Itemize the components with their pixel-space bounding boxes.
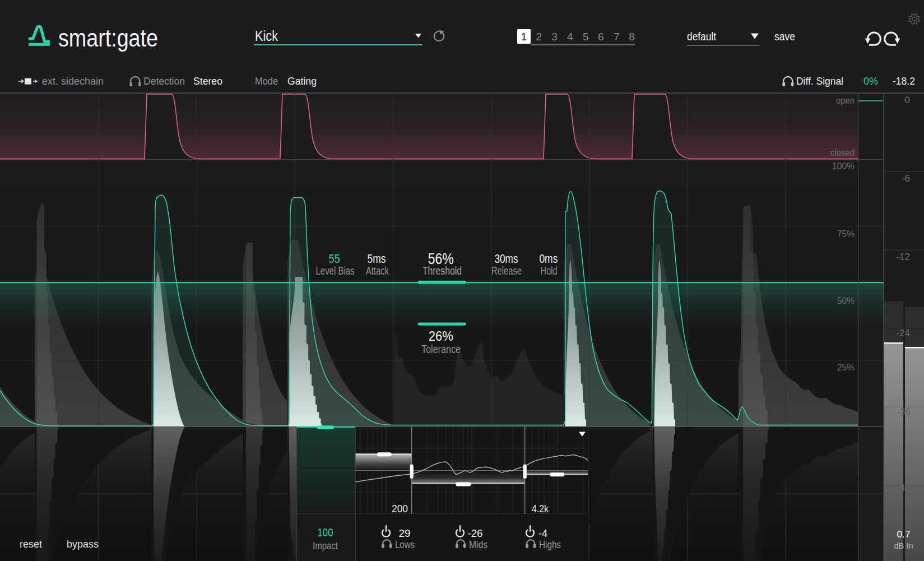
svg-text:bypass: bypass xyxy=(67,539,99,550)
svg-text:100%: 100% xyxy=(832,161,855,171)
svg-text:3: 3 xyxy=(551,31,558,43)
svg-text:Tolerance: Tolerance xyxy=(421,343,461,355)
svg-text:Stereo: Stereo xyxy=(193,76,222,87)
svg-text:0.7: 0.7 xyxy=(897,529,911,540)
svg-text:-48: -48 xyxy=(897,483,911,494)
svg-text:-4: -4 xyxy=(538,527,547,539)
svg-text:-18.2: -18.2 xyxy=(893,76,915,87)
svg-text:25%: 25% xyxy=(837,362,855,373)
svg-text:5ms: 5ms xyxy=(368,252,386,266)
svg-text:8: 8 xyxy=(629,31,635,43)
svg-text:30ms: 30ms xyxy=(495,252,518,266)
svg-text:2: 2 xyxy=(536,31,542,43)
svg-text:Detection: Detection xyxy=(143,76,185,87)
svg-text:6: 6 xyxy=(598,31,604,43)
svg-text:smart:gate: smart:gate xyxy=(58,24,158,52)
svg-text:-26: -26 xyxy=(468,527,483,539)
svg-text:-6: -6 xyxy=(902,173,910,184)
svg-text:ext. sidechain: ext. sidechain xyxy=(42,76,104,87)
svg-text:Threshold: Threshold xyxy=(422,265,462,277)
svg-text:open: open xyxy=(836,95,855,106)
svg-text:-12: -12 xyxy=(896,252,910,262)
svg-text:Level Bias: Level Bias xyxy=(316,265,355,277)
svg-text:0: 0 xyxy=(905,95,910,105)
svg-text:Diff. Signal: Diff. Signal xyxy=(796,76,843,87)
svg-text:75%: 75% xyxy=(837,229,855,239)
svg-text:0ms: 0ms xyxy=(539,252,558,266)
svg-text:default: default xyxy=(687,30,716,43)
svg-text:0%: 0% xyxy=(863,76,878,87)
svg-text:55: 55 xyxy=(329,252,340,266)
svg-text:reset: reset xyxy=(20,539,42,550)
svg-text:29: 29 xyxy=(399,527,411,539)
svg-text:closed: closed xyxy=(830,147,855,158)
svg-text:50%: 50% xyxy=(837,295,855,306)
svg-text:5: 5 xyxy=(583,31,589,43)
svg-text:Highs: Highs xyxy=(539,539,561,550)
svg-text:-24: -24 xyxy=(896,328,910,339)
svg-text:Gating: Gating xyxy=(287,76,317,87)
svg-text:Hold: Hold xyxy=(541,265,558,277)
svg-text:4.2k: 4.2k xyxy=(532,503,549,514)
svg-text:Mids: Mids xyxy=(469,539,487,550)
svg-text:26%: 26% xyxy=(429,328,453,344)
svg-text:7: 7 xyxy=(614,31,620,43)
svg-text:Impact: Impact xyxy=(313,540,338,551)
svg-text:200: 200 xyxy=(392,503,408,514)
svg-text:Mode: Mode xyxy=(255,76,278,87)
svg-text:Attack: Attack xyxy=(366,265,389,277)
svg-text:dB In: dB In xyxy=(894,541,913,550)
svg-text:-36: -36 xyxy=(897,406,911,417)
svg-text:1: 1 xyxy=(521,31,527,43)
svg-text:Release: Release xyxy=(491,265,522,277)
svg-text:save: save xyxy=(774,30,795,43)
svg-text:Kick: Kick xyxy=(255,27,278,44)
svg-text:4: 4 xyxy=(567,31,573,43)
svg-text:100: 100 xyxy=(318,526,333,539)
svg-text:Lows: Lows xyxy=(395,539,415,550)
